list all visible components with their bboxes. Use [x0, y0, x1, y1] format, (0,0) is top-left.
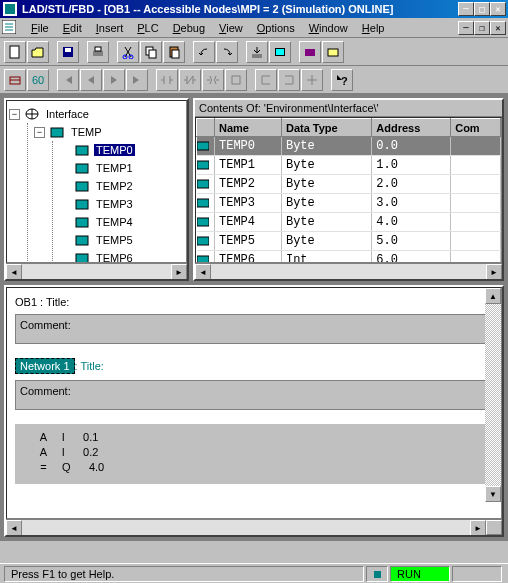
variable-grid[interactable]: NameData TypeAddressCom TEMP0Byte0.0TEMP…	[195, 117, 502, 263]
cell-addr[interactable]: 1.0	[372, 156, 451, 175]
menu-help[interactable]: Help	[355, 20, 392, 36]
cell-type[interactable]: Byte	[281, 156, 371, 175]
cell-addr[interactable]: 5.0	[372, 232, 451, 251]
cell-type[interactable]: Byte	[281, 194, 371, 213]
scroll-left-icon[interactable]: ◄	[195, 264, 211, 280]
coil-button[interactable]	[202, 69, 224, 91]
code-scrollbar-h[interactable]: ◄ ►	[6, 519, 502, 535]
network-button[interactable]	[4, 69, 26, 91]
scroll-right-icon[interactable]: ►	[171, 264, 187, 280]
goto-prev-button[interactable]	[80, 69, 102, 91]
menu-debug[interactable]: Debug	[166, 20, 212, 36]
scroll-down-icon[interactable]: ▼	[485, 486, 501, 502]
column-header[interactable]: Com	[451, 119, 501, 137]
cell-type[interactable]: Byte	[281, 175, 371, 194]
copy-button[interactable]	[140, 41, 162, 63]
branch-close-button[interactable]	[278, 69, 300, 91]
cell-addr[interactable]: 2.0	[372, 175, 451, 194]
table-row[interactable]: TEMP3Byte3.0	[197, 194, 501, 213]
cell-addr[interactable]: 3.0	[372, 194, 451, 213]
cell-name[interactable]: TEMP5	[215, 232, 282, 251]
column-header[interactable]: Address	[372, 119, 451, 137]
menu-file[interactable]: File	[24, 20, 56, 36]
expand-icon[interactable]: −	[34, 127, 45, 138]
scroll-left-icon[interactable]: ◄	[6, 520, 22, 536]
cell-name[interactable]: TEMP1	[215, 156, 282, 175]
box-button[interactable]	[225, 69, 247, 91]
cell-addr[interactable]: 4.0	[372, 213, 451, 232]
contact-button[interactable]	[156, 69, 178, 91]
block-comment[interactable]: Comment:	[15, 314, 493, 344]
tree-item[interactable]: TEMP6	[94, 252, 135, 263]
open-button[interactable]	[27, 41, 49, 63]
minimize-button[interactable]: ─	[458, 2, 474, 16]
menu-options[interactable]: Options	[250, 20, 302, 36]
print-button[interactable]	[87, 41, 109, 63]
new-button[interactable]	[4, 41, 26, 63]
network-comment[interactable]: Comment:	[15, 380, 493, 410]
cut-button[interactable]	[117, 41, 139, 63]
stl-code[interactable]: A I 0.1 A I 0.2 = Q 4.0	[15, 424, 493, 484]
tree-item[interactable]: TEMP5	[94, 234, 135, 246]
column-header[interactable]: Data Type	[281, 119, 371, 137]
table-row[interactable]: TEMP0Byte0.0	[197, 137, 501, 156]
goto-next-button[interactable]	[103, 69, 125, 91]
table-row[interactable]: TEMP4Byte4.0	[197, 213, 501, 232]
code-line[interactable]: = Q 4.0	[25, 460, 483, 475]
cell-name[interactable]: TEMP2	[215, 175, 282, 194]
interface-tree[interactable]: − Interface − TEMP TEMP0TEMP1TEMP2TEMP3T…	[6, 100, 187, 263]
tree-root-label[interactable]: Interface	[44, 108, 91, 120]
tree-item[interactable]: TEMP3	[94, 198, 135, 210]
monitor-button[interactable]	[269, 41, 291, 63]
contact-neg-button[interactable]	[179, 69, 201, 91]
scroll-up-icon[interactable]: ▲	[485, 288, 501, 304]
code-scrollbar-v[interactable]: ▲ ▼	[485, 288, 501, 502]
tree-item[interactable]: TEMP0	[94, 144, 135, 156]
goto-end-button[interactable]	[126, 69, 148, 91]
table-row[interactable]: TEMP1Byte1.0	[197, 156, 501, 175]
branch-open-button[interactable]	[255, 69, 277, 91]
maximize-button[interactable]: □	[474, 2, 490, 16]
cell-type[interactable]: Byte	[281, 213, 371, 232]
cell-name[interactable]: TEMP6	[215, 251, 282, 264]
cell-name[interactable]: TEMP3	[215, 194, 282, 213]
help-button[interactable]: ?	[331, 69, 353, 91]
mdi-minimize-button[interactable]: ─	[458, 21, 474, 35]
monitor-toggle-button[interactable]: 60'	[27, 69, 49, 91]
grid-scrollbar-h[interactable]: ◄ ►	[195, 263, 502, 279]
goto-start-button[interactable]	[57, 69, 79, 91]
tree-item[interactable]: TEMP4	[94, 216, 135, 228]
scroll-right-icon[interactable]: ►	[470, 520, 486, 536]
tree-item[interactable]: TEMP2	[94, 180, 135, 192]
mdi-restore-button[interactable]: ❐	[474, 21, 490, 35]
network-label[interactable]: Network 1	[15, 358, 75, 374]
cell-name[interactable]: TEMP4	[215, 213, 282, 232]
cell-addr[interactable]: 0.0	[372, 137, 451, 156]
menu-plc[interactable]: PLC	[130, 20, 165, 36]
tree-scrollbar-h[interactable]: ◄ ►	[6, 263, 187, 279]
table-row[interactable]: TEMP2Byte2.0	[197, 175, 501, 194]
mdi-close-button[interactable]: ✕	[490, 21, 506, 35]
reference-button[interactable]	[322, 41, 344, 63]
tree-item[interactable]: TEMP1	[94, 162, 135, 174]
connect-button[interactable]	[301, 69, 323, 91]
table-row[interactable]: TEMP5Byte5.0	[197, 232, 501, 251]
save-button[interactable]	[57, 41, 79, 63]
undo-button[interactable]	[193, 41, 215, 63]
menu-view[interactable]: View	[212, 20, 250, 36]
tree-temp-label[interactable]: TEMP	[69, 126, 104, 138]
paste-button[interactable]	[163, 41, 185, 63]
cell-addr[interactable]: 6.0	[372, 251, 451, 264]
column-header[interactable]: Name	[215, 119, 282, 137]
cell-type[interactable]: Int	[281, 251, 371, 264]
close-button[interactable]: ✕	[490, 2, 506, 16]
table-row[interactable]: TEMP6Int6.0	[197, 251, 501, 264]
menu-edit[interactable]: Edit	[56, 20, 89, 36]
scroll-left-icon[interactable]: ◄	[6, 264, 22, 280]
cell-type[interactable]: Byte	[281, 232, 371, 251]
cell-type[interactable]: Byte	[281, 137, 371, 156]
menu-insert[interactable]: Insert	[89, 20, 131, 36]
code-line[interactable]: A I 0.2	[25, 445, 483, 460]
download-button[interactable]	[246, 41, 268, 63]
redo-button[interactable]	[216, 41, 238, 63]
